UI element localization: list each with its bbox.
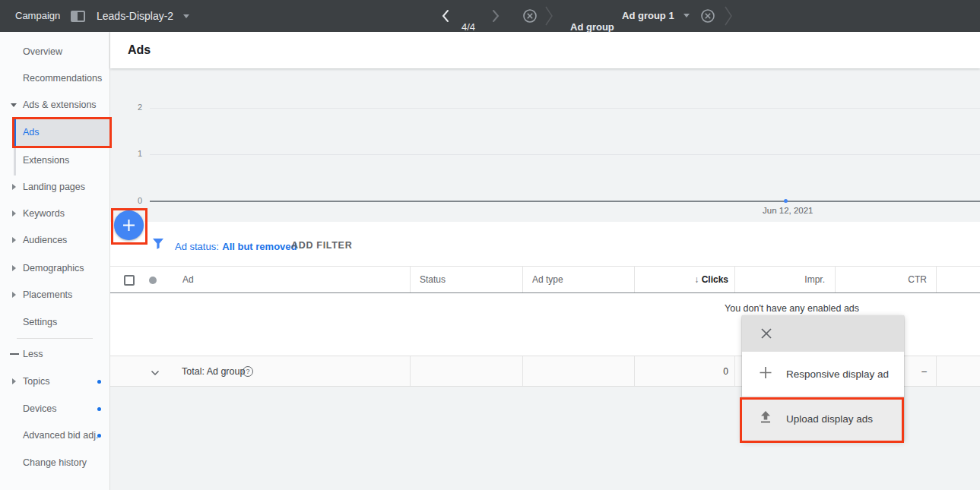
column-header-impr[interactable]: Impr. (804, 274, 825, 285)
empty-state-message: You don't have any enabled ads (725, 303, 859, 314)
header-cell-ad: Ad (110, 267, 410, 292)
performance-chart: 2 1 0 Jun 12, 2021 (110, 68, 980, 222)
chevron-right-icon (12, 378, 16, 384)
sidebar-item-settings[interactable]: Settings (0, 315, 110, 330)
chevron-down-icon (183, 14, 189, 18)
chevron-right-icon (12, 292, 16, 298)
select-all-checkbox[interactable] (124, 275, 135, 286)
header-cell-ctr: CTR (835, 267, 936, 292)
y-axis-tick: 0 (127, 196, 142, 205)
notification-dot (97, 407, 101, 411)
google-ads-screen: Campaign Leads-Display-2 4/4 Ad group Ad… (0, 0, 980, 490)
upload-icon (759, 410, 772, 426)
column-header-ad[interactable]: Ad (182, 274, 194, 285)
header-cell-ad-type: Ad type (522, 267, 634, 292)
gridline (150, 154, 980, 155)
sidebar-item-demographics[interactable]: Demographics (0, 261, 110, 276)
sidebar-item-advanced-bid-adj[interactable]: Advanced bid adj. (0, 428, 110, 443)
campaign-section-label: Campaign (15, 0, 60, 32)
sidebar-item-devices[interactable]: Devices (0, 401, 110, 416)
table-header-row: Ad Status Ad type ↓ Clicks Impr. CTR (110, 266, 980, 293)
sidebar-item-topics[interactable]: Topics (0, 374, 110, 389)
column-header-ctr[interactable]: CTR (908, 274, 927, 285)
header-cell-blank (936, 267, 980, 292)
add-filter-button[interactable]: ADD FILTER (291, 240, 352, 251)
sidebar-item-landing-pages[interactable]: Landing pages (0, 179, 110, 194)
notification-dot (97, 380, 101, 384)
next-ad-group-button[interactable] (491, 9, 500, 26)
sidebar-item-ads-extensions[interactable]: Ads & extensions (0, 97, 110, 112)
filter-label: Ad status: (175, 241, 219, 252)
chevron-down-icon (11, 103, 17, 107)
sidebar-item-change-history[interactable]: Change history (0, 455, 110, 470)
filter-icon[interactable] (152, 239, 164, 253)
top-bar: Campaign Leads-Display-2 4/4 Ad group Ad… (0, 0, 980, 32)
ad-status-filter-chip[interactable]: Ad status: All but removed (175, 239, 297, 253)
pager-count: 4/4 (461, 11, 475, 43)
notification-dot (97, 434, 101, 438)
gridline (150, 108, 980, 109)
x-axis-tick: Jun 12, 2021 (763, 206, 813, 215)
sidebar-nav: Overview Recommendations Ads & extension… (0, 32, 110, 490)
new-ad-menu-header (742, 315, 904, 352)
clear-campaign-context-button[interactable] (522, 8, 538, 27)
campaign-selector[interactable]: Leads-Display-2 (97, 0, 189, 32)
breadcrumb-separator-icon (544, 5, 553, 30)
add-ad-button[interactable] (114, 210, 144, 240)
total-ctr-value: – (921, 366, 927, 377)
sidebar-item-audiences[interactable]: Audiences (0, 232, 110, 248)
chevron-right-icon (12, 210, 16, 217)
minus-icon (10, 353, 19, 355)
chevron-down-icon (683, 14, 690, 17)
sidebar-item-keywords[interactable]: Keywords (0, 206, 110, 221)
total-cell-ad-type (522, 356, 634, 386)
data-point (784, 199, 788, 203)
header-cell-status: Status (410, 267, 522, 292)
x-axis-line (150, 201, 980, 202)
ad-group-name: Ad group 1 (622, 10, 674, 21)
campaign-name: Leads-Display-2 (97, 10, 173, 22)
total-cell-blank (936, 356, 980, 386)
total-row-label: Total: Ad group (182, 366, 245, 377)
ad-group-selector[interactable]: Ad group 1 (622, 0, 690, 32)
total-cell-status (410, 356, 522, 386)
sidebar-item-recommendations[interactable]: Recommendations (0, 71, 110, 86)
previous-ad-group-button[interactable] (441, 9, 450, 26)
chevron-right-icon (12, 184, 16, 190)
filter-value: All but removed (222, 241, 297, 252)
sidebar-item-placements[interactable]: Placements (0, 287, 110, 302)
y-axis-tick: 2 (127, 103, 142, 112)
total-cell-label: Total: Ad group ? (110, 356, 410, 386)
menu-item-upload-display-ads[interactable]: Upload display ads (742, 396, 904, 441)
column-header-status[interactable]: Status (420, 274, 446, 285)
total-clicks-value: 0 (723, 366, 728, 377)
plus-icon (759, 366, 772, 382)
y-axis-tick: 1 (127, 149, 142, 158)
ad-group-section-label: Ad group (570, 11, 614, 43)
sidebar-item-ads[interactable]: Ads (14, 119, 110, 147)
column-header-clicks[interactable]: ↓ Clicks (694, 274, 728, 285)
page-title: Ads (128, 32, 151, 68)
page-header: Ads (110, 32, 980, 68)
active-item-indicator (14, 119, 16, 147)
new-ad-menu: Responsive display ad Upload display ads (742, 315, 904, 441)
total-cell-clicks: 0 (634, 356, 734, 386)
help-icon[interactable]: ? (243, 366, 253, 377)
campaign-icon (71, 11, 85, 22)
breadcrumb-separator-icon (724, 5, 733, 30)
menu-item-responsive-display-ad[interactable]: Responsive display ad (742, 352, 904, 396)
close-icon[interactable] (760, 327, 772, 340)
chevron-right-icon (12, 237, 16, 243)
status-dot-icon (149, 277, 157, 284)
sidebar-item-overview[interactable]: Overview (0, 44, 110, 59)
sidebar-divider (17, 338, 93, 339)
clear-ad-group-context-button[interactable] (700, 8, 715, 27)
header-cell-clicks: ↓ Clicks (634, 267, 734, 292)
sidebar-item-extensions[interactable]: Extensions (0, 153, 110, 168)
chevron-right-icon (12, 265, 16, 271)
expand-total-button[interactable] (151, 368, 160, 378)
sort-descending-icon: ↓ (694, 274, 699, 285)
sidebar-item-less[interactable]: Less (0, 346, 110, 362)
header-cell-impr: Impr. (734, 267, 835, 292)
column-header-ad-type[interactable]: Ad type (532, 274, 563, 285)
